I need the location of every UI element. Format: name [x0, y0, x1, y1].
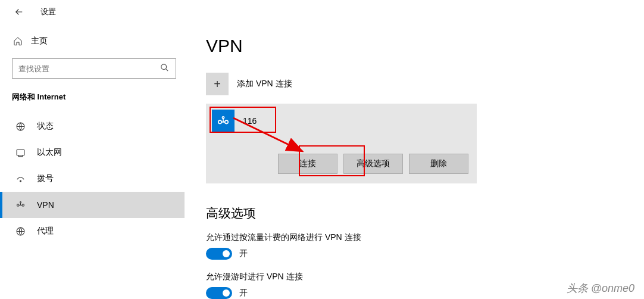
sidebar-item-status[interactable]: 状态	[0, 113, 185, 139]
category-header: 网络和 Internet	[12, 92, 185, 102]
annotation-highlight	[210, 107, 276, 133]
svg-point-4	[17, 204, 19, 206]
proxy-icon	[14, 226, 26, 236]
metered-toggle[interactable]	[206, 248, 232, 260]
add-vpn-label: 添加 VPN 连接	[237, 79, 292, 89]
watermark: 头条 @onme0	[567, 281, 634, 295]
sidebar-item-label: 拨号	[37, 173, 54, 184]
dialup-icon	[14, 174, 26, 184]
sidebar-item-label: 以太网	[37, 147, 62, 158]
svg-point-5	[21, 204, 24, 206]
search-input[interactable]	[18, 64, 160, 73]
main-content: VPN + 添加 VPN 连接 116 连接 高级选项 删除 高级选项	[185, 24, 644, 299]
search-box[interactable]	[12, 58, 176, 79]
home-icon	[12, 36, 24, 46]
page-title: VPN	[206, 36, 644, 56]
home-link[interactable]: 主页	[12, 31, 185, 51]
toggle-state: 开	[239, 288, 248, 298]
ethernet-icon	[14, 148, 26, 158]
section-title: 高级选项	[206, 205, 644, 222]
toggle-label: 允许通过按流量计费的网络进行 VPN 连接	[206, 232, 644, 243]
vpn-entry[interactable]: 116	[212, 110, 471, 132]
nav-list: 状态 以太网 拨号 VPN	[0, 113, 185, 244]
toggle-state: 开	[239, 248, 248, 259]
sidebar-item-label: 状态	[37, 121, 54, 132]
search-icon	[160, 63, 170, 74]
roaming-toggle[interactable]	[206, 287, 232, 299]
add-vpn-row[interactable]: + 添加 VPN 连接	[206, 73, 644, 95]
annotation-highlight	[299, 145, 365, 176]
window-title: 设置	[40, 7, 56, 17]
svg-point-6	[20, 201, 21, 203]
vpn-icon	[14, 200, 26, 210]
sidebar-item-vpn[interactable]: VPN	[0, 192, 185, 218]
back-button[interactable]	[12, 5, 26, 19]
sidebar-item-label: 代理	[37, 226, 54, 236]
delete-button[interactable]: 删除	[409, 154, 468, 174]
svg-point-3	[20, 180, 21, 181]
sidebar-item-ethernet[interactable]: 以太网	[0, 139, 185, 166]
vpn-card: 116 连接 高级选项 删除	[206, 104, 477, 183]
svg-point-0	[161, 64, 167, 69]
sidebar: 主页 网络和 Internet 状态 以太网	[0, 24, 185, 299]
status-icon	[14, 122, 26, 132]
sidebar-item-label: VPN	[37, 200, 54, 210]
home-label: 主页	[31, 36, 48, 46]
sidebar-item-dialup[interactable]: 拨号	[0, 166, 185, 192]
plus-icon: +	[206, 73, 229, 95]
sidebar-item-proxy[interactable]: 代理	[0, 218, 185, 244]
svg-rect-2	[17, 150, 24, 155]
